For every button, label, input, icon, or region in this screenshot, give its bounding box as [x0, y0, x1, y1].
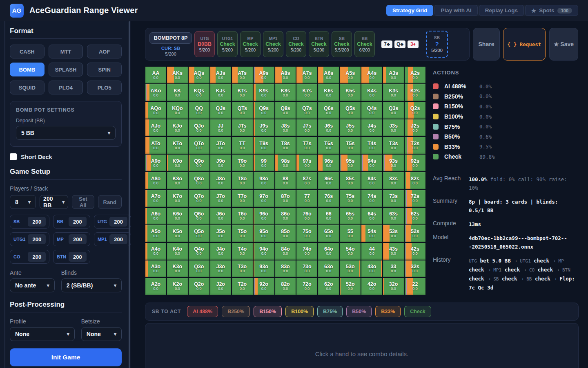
players-select[interactable]: 8 ▾ — [10, 195, 36, 209]
hand-cell-KK[interactable]: KK0.0 — [167, 84, 188, 101]
hand-cell-85s[interactable]: 85s0.0 — [340, 172, 361, 189]
hand-cell-A6o[interactable]: A6o0.0 — [145, 208, 166, 224]
hand-cell-J3o[interactable]: J3o0.0 — [210, 260, 231, 277]
hand-cell-44[interactable]: 440.0 — [361, 243, 382, 260]
hand-cell-A3s[interactable]: A3s0.0 — [383, 67, 404, 83]
hand-cell-82o[interactable]: 82o0.0 — [275, 278, 296, 295]
hand-cell-AJo[interactable]: AJo0.0 — [145, 119, 166, 136]
hand-cell-K2o[interactable]: K2o0.0 — [167, 278, 188, 295]
hand-cell-K5o[interactable]: K5o0.0 — [167, 225, 188, 242]
hand-cell-T3s[interactable]: T3s0.0 — [383, 137, 404, 154]
hand-cell-77[interactable]: 770.0 — [296, 190, 317, 207]
hand-cell-75s[interactable]: 75s0.0 — [340, 190, 361, 207]
format-option-plo4[interactable]: PLO4 — [49, 81, 83, 94]
hand-cell-95o[interactable]: 95o0.0 — [254, 225, 274, 242]
set-all-button[interactable]: Set All — [72, 195, 94, 209]
hand-cell-64s[interactable]: 64s0.0 — [361, 208, 382, 224]
hand-cell-JTo[interactable]: JTo0.0 — [210, 137, 231, 154]
game-type-button[interactable]: BOMBPOT 8P — [149, 32, 192, 44]
hand-cell-42o[interactable]: 42o0.0 — [361, 278, 382, 295]
hand-cell-T9o[interactable]: T9o0.0 — [232, 155, 253, 171]
hand-cell-A7o[interactable]: A7o0.0 — [145, 190, 166, 207]
hand-cell-A3o[interactable]: A3o0.0 — [145, 260, 166, 277]
hand-cell-A7s[interactable]: A7s0.0 — [296, 67, 317, 83]
hand-cell-85o[interactable]: 85o0.0 — [275, 225, 296, 242]
format-option-cash[interactable]: CASH — [10, 45, 45, 58]
hand-cell-65o[interactable]: 65o0.0 — [318, 225, 339, 242]
format-option-spin[interactable]: SPIN — [87, 63, 122, 76]
action-button-b50-[interactable]: B50% — [346, 306, 372, 317]
hand-cell-J7s[interactable]: J7s0.0 — [296, 119, 317, 136]
stack-input-mp[interactable] — [69, 234, 87, 244]
hand-cell-62o[interactable]: 62o0.0 — [318, 278, 339, 295]
hand-cell-A6s[interactable]: A6s0.0 — [318, 67, 339, 83]
hand-cell-J6s[interactable]: J6s0.0 — [318, 119, 339, 136]
hand-cell-54o[interactable]: 54o0.0 — [340, 243, 361, 260]
betsize-select[interactable]: None ▾ — [81, 327, 122, 341]
hand-cell-T7s[interactable]: T7s0.0 — [296, 137, 317, 154]
action-button-b250-[interactable]: B250% — [222, 306, 250, 317]
hand-cell-Q7s[interactable]: Q7s0.0 — [296, 102, 317, 119]
hand-cell-K8o[interactable]: K8o0.0 — [167, 172, 188, 189]
hand-cell-QJs[interactable]: QJs0.0 — [210, 102, 231, 119]
hand-cell-72o[interactable]: 72o0.0 — [296, 278, 317, 295]
stack-input-utg1[interactable] — [28, 234, 46, 244]
hand-cell-22[interactable]: 220.0 — [405, 278, 425, 295]
hand-cell-J5o[interactable]: J5o0.0 — [210, 225, 231, 242]
hand-cell-AQo[interactable]: AQo0.0 — [145, 102, 166, 119]
hand-cell-Q5s[interactable]: Q5s0.0 — [340, 102, 361, 119]
hand-cell-A8s[interactable]: A8s0.0 — [275, 67, 296, 83]
hand-cell-K4s[interactable]: K4s0.0 — [361, 84, 382, 101]
hand-cell-52o[interactable]: 52o0.0 — [340, 278, 361, 295]
hand-cell-KQo[interactable]: KQo0.0 — [167, 102, 188, 119]
hand-cell-A2s[interactable]: A2s0.0 — [405, 67, 425, 83]
hand-cell-98s[interactable]: 98s0.0 — [275, 155, 296, 171]
hand-cell-J7o[interactable]: J7o0.0 — [210, 190, 231, 207]
stack-select[interactable]: 200 BB ▾ — [40, 195, 68, 209]
hand-cell-97s[interactable]: 97s0.0 — [296, 155, 317, 171]
hand-cell-AQs[interactable]: AQs0.0 — [189, 67, 209, 83]
player-chip-mp1[interactable]: MP1Check5/200 — [263, 31, 283, 57]
hand-cell-T7o[interactable]: T7o0.0 — [232, 190, 253, 207]
format-option-plo5[interactable]: PLO5 — [87, 81, 122, 94]
hand-cell-43o[interactable]: 43o0.0 — [361, 260, 382, 277]
hand-cell-K6s[interactable]: K6s0.0 — [318, 84, 339, 101]
hand-cell-QQ[interactable]: QQ0.0 — [189, 102, 209, 119]
nav-tab-replay-logs[interactable]: Replay Logs — [479, 5, 524, 16]
hand-cell-99[interactable]: 990.0 — [254, 155, 274, 171]
sidebar-scrollbar[interactable] — [129, 21, 130, 368]
profile-select[interactable]: None ▾ — [10, 327, 75, 341]
hand-cell-83o[interactable]: 83o0.0 — [275, 260, 296, 277]
hand-cell-K4o[interactable]: K4o0.0 — [167, 243, 188, 260]
hand-cell-93o[interactable]: 93o0.0 — [254, 260, 274, 277]
format-option-bomb[interactable]: BOMB — [10, 63, 45, 76]
hand-cell-K5s[interactable]: K5s0.0 — [340, 84, 361, 101]
action-button-b33-[interactable]: B33% — [375, 306, 401, 317]
player-chip-co[interactable]: COCheck5/200 — [286, 31, 306, 57]
hand-cell-72s[interactable]: 72s0.0 — [405, 190, 425, 207]
hand-cell-T6s[interactable]: T6s0.0 — [318, 137, 339, 154]
hand-cell-63s[interactable]: 63s0.0 — [383, 208, 404, 224]
hand-cell-T9s[interactable]: T9s0.0 — [254, 137, 274, 154]
hand-cell-J2o[interactable]: J2o0.0 — [210, 278, 231, 295]
hand-cell-K7s[interactable]: K7s0.0 — [296, 84, 317, 101]
hand-cell-J6o[interactable]: J6o0.0 — [210, 208, 231, 224]
hand-cell-K3o[interactable]: K3o0.0 — [167, 260, 188, 277]
hand-cell-93s[interactable]: 93s0.0 — [383, 155, 404, 171]
stack-input-co[interactable] — [28, 252, 46, 262]
hand-cell-KJo[interactable]: KJo0.0 — [167, 119, 188, 136]
hand-cell-95s[interactable]: 95s0.0 — [340, 155, 361, 171]
hand-cell-J9o[interactable]: J9o0.0 — [210, 155, 231, 171]
hand-cell-K6o[interactable]: K6o0.0 — [167, 208, 188, 224]
hand-cell-Q5o[interactable]: Q5o0.0 — [189, 225, 209, 242]
hand-cell-Q9s[interactable]: Q9s0.0 — [254, 102, 274, 119]
hand-cell-TT[interactable]: TT0.0 — [232, 137, 253, 154]
save-button[interactable]: ★ Save — [549, 28, 578, 61]
hand-cell-75o[interactable]: 75o0.0 — [296, 225, 317, 242]
hand-cell-32o[interactable]: 32o0.0 — [383, 278, 404, 295]
hand-cell-QTo[interactable]: QTo0.0 — [189, 137, 209, 154]
hand-cell-JJ[interactable]: JJ0.0 — [210, 119, 231, 136]
hand-cell-J9s[interactable]: J9s0.0 — [254, 119, 274, 136]
hand-cell-Q3s[interactable]: Q3s0.0 — [383, 102, 404, 119]
nav-tab-strategy-grid[interactable]: Strategy Grid — [386, 5, 434, 16]
